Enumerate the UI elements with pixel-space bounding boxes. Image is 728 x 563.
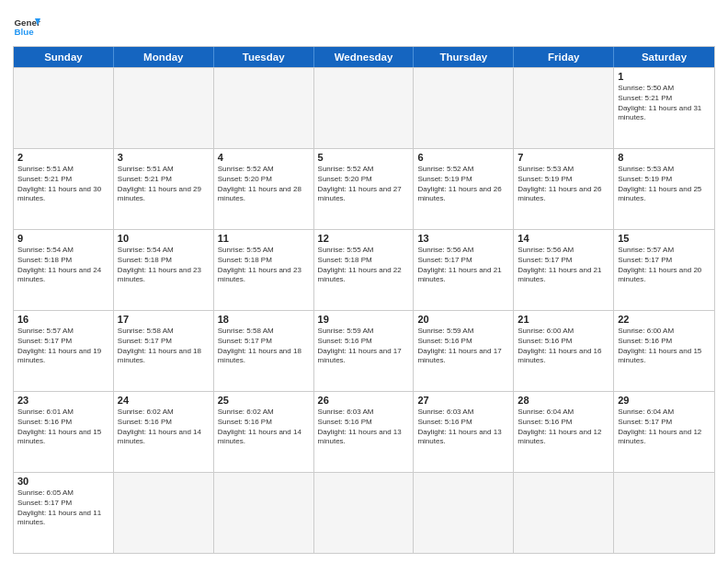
cell-sun-info: Sunrise: 5:57 AM Sunset: 5:17 PM Dayligh…: [618, 246, 711, 285]
calendar-cell: 20Sunrise: 5:59 AM Sunset: 5:16 PM Dayli…: [414, 311, 514, 391]
cell-sun-info: Sunrise: 5:50 AM Sunset: 5:21 PM Dayligh…: [618, 84, 711, 123]
page: General Blue SundayMondayTuesdayWednesda…: [0, 0, 728, 563]
day-number: 24: [118, 395, 210, 406]
cell-sun-info: Sunrise: 6:00 AM Sunset: 5:16 PM Dayligh…: [518, 327, 609, 366]
day-number: 16: [17, 314, 109, 325]
calendar-cell: 5Sunrise: 5:52 AM Sunset: 5:20 PM Daylig…: [314, 149, 415, 229]
calendar-cell: 14Sunrise: 5:56 AM Sunset: 5:17 PM Dayli…: [514, 230, 614, 310]
calendar-cell: [114, 473, 214, 553]
day-number: 15: [618, 233, 711, 244]
day-number: 18: [218, 314, 310, 325]
calendar-cell: [414, 68, 514, 148]
calendar-cell: 6Sunrise: 5:52 AM Sunset: 5:19 PM Daylig…: [414, 149, 514, 229]
calendar-body: 1Sunrise: 5:50 AM Sunset: 5:21 PM Daylig…: [14, 67, 714, 553]
calendar-cell: 15Sunrise: 5:57 AM Sunset: 5:17 PM Dayli…: [614, 230, 714, 310]
calendar-cell: 18Sunrise: 5:58 AM Sunset: 5:17 PM Dayli…: [214, 311, 314, 391]
cell-sun-info: Sunrise: 5:53 AM Sunset: 5:19 PM Dayligh…: [518, 165, 609, 204]
cell-sun-info: Sunrise: 5:58 AM Sunset: 5:17 PM Dayligh…: [118, 327, 210, 366]
calendar-cell: [314, 473, 415, 553]
day-number: 27: [417, 395, 509, 406]
calendar-cell: 27Sunrise: 6:03 AM Sunset: 5:16 PM Dayli…: [414, 392, 514, 472]
calendar-cell: 26Sunrise: 6:03 AM Sunset: 5:16 PM Dayli…: [314, 392, 415, 472]
calendar-cell: [414, 473, 514, 553]
cell-sun-info: Sunrise: 5:57 AM Sunset: 5:17 PM Dayligh…: [17, 327, 109, 366]
day-number: 2: [17, 152, 109, 163]
calendar-row-2: 9Sunrise: 5:54 AM Sunset: 5:18 PM Daylig…: [14, 229, 714, 310]
day-number: 4: [218, 152, 310, 163]
day-number: 8: [618, 152, 711, 163]
day-number: 22: [618, 314, 711, 325]
calendar-cell: 21Sunrise: 6:00 AM Sunset: 5:16 PM Dayli…: [514, 311, 614, 391]
calendar-cell: 10Sunrise: 5:54 AM Sunset: 5:18 PM Dayli…: [114, 230, 214, 310]
calendar-cell: 24Sunrise: 6:02 AM Sunset: 5:16 PM Dayli…: [114, 392, 214, 472]
weekday-header-thursday: Thursday: [414, 47, 514, 67]
calendar-cell: 4Sunrise: 5:52 AM Sunset: 5:20 PM Daylig…: [214, 149, 314, 229]
calendar-cell: 13Sunrise: 5:56 AM Sunset: 5:17 PM Dayli…: [414, 230, 514, 310]
weekday-header-saturday: Saturday: [614, 47, 714, 67]
cell-sun-info: Sunrise: 5:56 AM Sunset: 5:17 PM Dayligh…: [518, 246, 609, 285]
calendar-cell: [114, 68, 214, 148]
day-number: 14: [518, 233, 609, 244]
calendar-cell: 11Sunrise: 5:55 AM Sunset: 5:18 PM Dayli…: [214, 230, 314, 310]
cell-sun-info: Sunrise: 6:05 AM Sunset: 5:17 PM Dayligh…: [17, 488, 109, 528]
cell-sun-info: Sunrise: 5:54 AM Sunset: 5:18 PM Dayligh…: [118, 246, 210, 285]
calendar-cell: 3Sunrise: 5:51 AM Sunset: 5:21 PM Daylig…: [114, 149, 214, 229]
calendar-cell: [14, 68, 114, 148]
weekday-header-wednesday: Wednesday: [314, 47, 415, 67]
calendar-row-4: 23Sunrise: 6:01 AM Sunset: 5:16 PM Dayli…: [14, 391, 714, 472]
cell-sun-info: Sunrise: 6:02 AM Sunset: 5:16 PM Dayligh…: [118, 408, 210, 447]
day-number: 19: [318, 314, 410, 325]
cell-sun-info: Sunrise: 5:58 AM Sunset: 5:17 PM Dayligh…: [218, 327, 310, 366]
day-number: 17: [118, 314, 210, 325]
logo-icon: General Blue: [13, 13, 40, 40]
cell-sun-info: Sunrise: 5:59 AM Sunset: 5:16 PM Dayligh…: [417, 327, 509, 366]
calendar-cell: 28Sunrise: 6:04 AM Sunset: 5:16 PM Dayli…: [514, 392, 614, 472]
calendar-row-1: 2Sunrise: 5:51 AM Sunset: 5:21 PM Daylig…: [14, 148, 714, 229]
day-number: 20: [417, 314, 509, 325]
day-number: 28: [518, 395, 609, 406]
calendar-cell: [314, 68, 415, 148]
calendar-cell: 1Sunrise: 5:50 AM Sunset: 5:21 PM Daylig…: [614, 68, 714, 148]
weekday-header-tuesday: Tuesday: [214, 47, 314, 67]
cell-sun-info: Sunrise: 5:52 AM Sunset: 5:20 PM Dayligh…: [218, 165, 310, 204]
day-number: 21: [518, 314, 609, 325]
calendar-cell: [214, 473, 314, 553]
day-number: 30: [17, 476, 109, 487]
cell-sun-info: Sunrise: 6:03 AM Sunset: 5:16 PM Dayligh…: [417, 408, 509, 447]
calendar-cell: 29Sunrise: 6:04 AM Sunset: 5:17 PM Dayli…: [614, 392, 714, 472]
cell-sun-info: Sunrise: 6:02 AM Sunset: 5:16 PM Dayligh…: [218, 408, 310, 447]
cell-sun-info: Sunrise: 6:03 AM Sunset: 5:16 PM Dayligh…: [318, 408, 410, 447]
day-number: 11: [218, 233, 310, 244]
calendar-row-0: 1Sunrise: 5:50 AM Sunset: 5:21 PM Daylig…: [14, 67, 714, 148]
cell-sun-info: Sunrise: 5:56 AM Sunset: 5:17 PM Dayligh…: [417, 246, 509, 285]
cell-sun-info: Sunrise: 5:55 AM Sunset: 5:18 PM Dayligh…: [318, 246, 410, 285]
calendar-cell: [614, 473, 714, 553]
calendar-cell: 17Sunrise: 5:58 AM Sunset: 5:17 PM Dayli…: [114, 311, 214, 391]
cell-sun-info: Sunrise: 5:59 AM Sunset: 5:16 PM Dayligh…: [318, 327, 410, 366]
cell-sun-info: Sunrise: 5:52 AM Sunset: 5:20 PM Dayligh…: [318, 165, 410, 204]
calendar-cell: 9Sunrise: 5:54 AM Sunset: 5:18 PM Daylig…: [14, 230, 114, 310]
calendar-cell: 19Sunrise: 5:59 AM Sunset: 5:16 PM Dayli…: [314, 311, 415, 391]
calendar: SundayMondayTuesdayWednesdayThursdayFrid…: [13, 46, 715, 554]
calendar-cell: [514, 68, 614, 148]
weekday-header-friday: Friday: [514, 47, 614, 67]
calendar-cell: 23Sunrise: 6:01 AM Sunset: 5:16 PM Dayli…: [14, 392, 114, 472]
header: General Blue: [13, 9, 715, 40]
calendar-cell: 8Sunrise: 5:53 AM Sunset: 5:19 PM Daylig…: [614, 149, 714, 229]
calendar-row-5: 30Sunrise: 6:05 AM Sunset: 5:17 PM Dayli…: [14, 472, 714, 553]
cell-sun-info: Sunrise: 5:54 AM Sunset: 5:18 PM Dayligh…: [17, 246, 109, 285]
day-number: 10: [118, 233, 210, 244]
day-number: 1: [618, 71, 711, 82]
day-number: 5: [318, 152, 410, 163]
calendar-header: SundayMondayTuesdayWednesdayThursdayFrid…: [14, 47, 714, 67]
calendar-cell: 2Sunrise: 5:51 AM Sunset: 5:21 PM Daylig…: [14, 149, 114, 229]
day-number: 13: [417, 233, 509, 244]
day-number: 9: [17, 233, 109, 244]
day-number: 7: [518, 152, 609, 163]
svg-text:Blue: Blue: [15, 27, 35, 37]
cell-sun-info: Sunrise: 5:55 AM Sunset: 5:18 PM Dayligh…: [218, 246, 310, 285]
calendar-cell: [514, 473, 614, 553]
logo: General Blue: [13, 13, 40, 40]
cell-sun-info: Sunrise: 5:51 AM Sunset: 5:21 PM Dayligh…: [118, 165, 210, 204]
weekday-header-monday: Monday: [114, 47, 214, 67]
